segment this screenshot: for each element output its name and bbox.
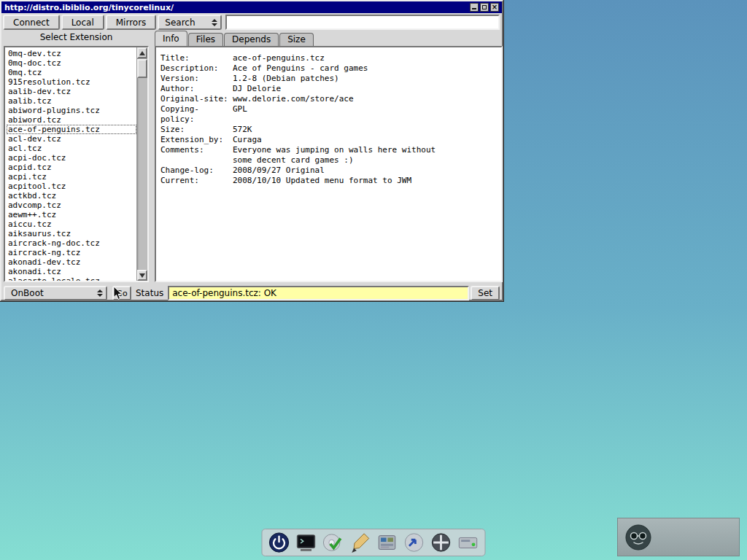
info-row: Current:2008/10/10 Updated menu format t… (160, 176, 497, 186)
info-label: Size: (160, 125, 233, 135)
tab-size[interactable]: Size (279, 33, 314, 46)
package-icon[interactable] (430, 532, 452, 553)
tinycore-logo-icon (624, 523, 653, 552)
list-item[interactable]: actkbd.tcz (7, 191, 136, 201)
list-item[interactable]: advcomp.tcz (7, 201, 136, 210)
tab-files[interactable]: Files (188, 33, 223, 46)
scrollbar-thumb[interactable] (137, 59, 147, 78)
go-button[interactable]: Go (112, 286, 131, 300)
close-icon: × (492, 4, 498, 11)
run-icon[interactable] (403, 532, 425, 553)
list-item[interactable]: acl-dev.tcz (7, 134, 136, 144)
info-value: 2008/09/27 Original (233, 166, 325, 176)
info-value: Curaga (233, 135, 262, 145)
info-row: Title:ace-of-penguins.tcz (160, 53, 497, 63)
info-label: Current: (160, 176, 233, 186)
list-item[interactable]: acpitool.tcz (7, 182, 136, 191)
info-label: Version: (160, 74, 233, 84)
list-item[interactable]: 0mq-doc.tcz (7, 58, 136, 68)
info-label: Extension_by: (160, 135, 233, 145)
list-item[interactable]: alacarte-locale.tcz (7, 276, 136, 281)
desktop: { "window": { "title": "http://distro.ib… (0, 0, 747, 560)
info-label: Original-site: (160, 94, 233, 104)
set-button[interactable]: Set (471, 286, 500, 300)
list-item[interactable]: aiccu.tcz (7, 219, 136, 229)
search-dropdown[interactable]: Search (158, 15, 222, 30)
list-item[interactable]: aalib-dev.tcz (7, 87, 136, 96)
list-item[interactable]: acpi-doc.tcz (7, 153, 136, 163)
info-row: Size:572K (160, 125, 497, 135)
list-item[interactable]: aalib.tcz (7, 96, 136, 106)
list-item[interactable]: abiword-plugins.tcz (7, 106, 136, 115)
list-scrollbar[interactable] (136, 47, 147, 281)
info-label: Author: (160, 84, 233, 94)
onboot-dropdown[interactable]: OnBoot (4, 286, 107, 300)
extension-list: 0mq-dev.tcz0mq-doc.tcz0mq.tcz915resoluti… (5, 47, 136, 281)
info-value: DJ Delorie (233, 84, 281, 94)
onboot-dropdown-label: OnBoot (11, 288, 93, 298)
power-icon[interactable] (268, 532, 290, 553)
window-titlebar[interactable]: http://distro.ibiblio.org/tinycorelinux/… (1, 1, 502, 13)
search-input[interactable] (225, 15, 500, 30)
list-item[interactable]: 0mq-dev.tcz (7, 49, 136, 58)
tab-bar: InfoFilesDependsSize (155, 31, 314, 46)
list-item[interactable]: acpi.tcz (7, 172, 136, 182)
scroll-up-button[interactable] (137, 47, 147, 58)
info-row: Copying-policy:GPL (160, 104, 497, 125)
info-row: Description:Ace of Penguins - card games (160, 63, 497, 74)
minimize-icon (472, 8, 476, 9)
info-row: Author:DJ Delorie (160, 84, 497, 94)
mount-icon[interactable] (457, 532, 479, 553)
minimized-window[interactable] (617, 518, 740, 556)
scroll-down-button[interactable] (137, 270, 147, 281)
terminal-icon[interactable] (295, 532, 317, 553)
list-item[interactable]: 915resolution.tcz (7, 77, 136, 87)
info-rows: Title:ace-of-penguins.tczDescription:Ace… (160, 53, 497, 186)
info-label: Copying-policy: (160, 104, 233, 125)
list-item[interactable]: acl.tcz (7, 144, 136, 153)
list-item[interactable]: akonadi.tcz (7, 267, 136, 276)
tools-icon[interactable] (376, 532, 398, 553)
list-item[interactable]: aiksaurus.tcz (7, 229, 136, 238)
info-value: Everyone was jumping on walls here witho… (233, 145, 436, 166)
updown-arrows-icon (212, 19, 217, 26)
info-value: 2008/10/10 Updated menu format to JWM (233, 176, 411, 186)
close-button[interactable]: × (490, 3, 499, 12)
list-item[interactable]: ace-of-penguins.tcz (7, 125, 136, 134)
info-value: 572K (233, 125, 252, 135)
info-row: Extension_by:Curaga (160, 135, 497, 145)
info-value: 1.2-8 (Debian patches) (233, 74, 339, 84)
bottom-bar: OnBoot Go Status Set (4, 286, 500, 300)
list-item[interactable]: acpid.tcz (7, 163, 136, 172)
list-item[interactable]: 0mq.tcz (7, 68, 136, 77)
info-label: Change-log: (160, 166, 233, 176)
tab-depends[interactable]: Depends (224, 33, 279, 46)
paint-icon[interactable] (349, 532, 371, 553)
info-row: Version:1.2-8 (Debian patches) (160, 74, 497, 84)
local-button[interactable]: Local (61, 15, 104, 30)
extension-listbox: 0mq-dev.tcz0mq-doc.tcz0mq.tcz915resoluti… (4, 46, 149, 282)
search-dropdown-label: Search (165, 18, 207, 28)
list-item[interactable]: aircrack-ng.tcz (7, 248, 136, 257)
info-value: ace-of-penguins.tcz (233, 53, 325, 63)
apps-icon[interactable] (322, 532, 344, 553)
info-value: Ace of Penguins - card games (233, 63, 368, 74)
scrollbar-track[interactable] (137, 58, 147, 270)
info-row: Original-site:www.delorie.com/store/ace (160, 94, 497, 104)
tab-info[interactable]: Info (155, 31, 187, 46)
list-item[interactable]: abiword.tcz (7, 115, 136, 125)
info-value: www.delorie.com/store/ace (233, 94, 354, 104)
connect-button[interactable]: Connect (3, 15, 60, 30)
list-item[interactable]: aewm++.tcz (7, 210, 136, 219)
list-item[interactable]: akonadi-dev.tcz (7, 257, 136, 267)
list-item[interactable]: aircrack-ng-doc.tcz (7, 238, 136, 248)
maximize-button[interactable] (480, 3, 489, 12)
minimize-button[interactable] (470, 3, 479, 12)
toolbar: Connect Local Mirrors Search (3, 15, 500, 30)
mirrors-button[interactable]: Mirrors (106, 15, 157, 30)
info-row: Comments:Everyone was jumping on walls h… (160, 145, 497, 166)
select-extension-heading: Select Extension (4, 32, 149, 42)
status-field[interactable] (168, 286, 469, 300)
scroll-up-icon (139, 51, 145, 55)
info-value: GPL (233, 104, 247, 125)
